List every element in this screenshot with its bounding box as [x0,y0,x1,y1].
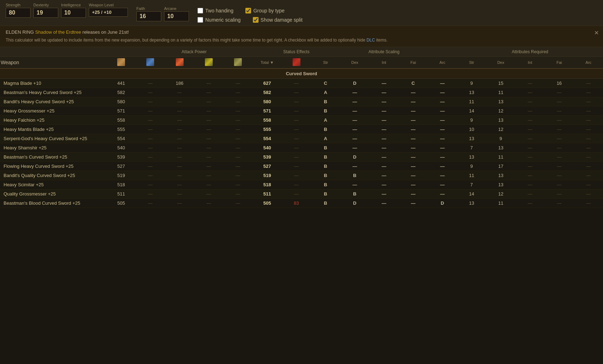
weapon-link[interactable]: Bandit's Heavy Curved Sword +25 [4,99,74,104]
req-str-cell: 7 [457,143,486,153]
scale-fai-cell: — [398,162,428,171]
total-subheader[interactable]: Total ▼ [252,57,282,69]
fire-atk-cell: — [165,171,194,180]
weapon-name-cell[interactable]: Bandit's Heavy Curved Sword +25 [0,97,107,106]
two-handing-label[interactable]: Two handing [197,8,233,13]
table-row[interactable]: Beastman's Heavy Curved Sword +25582————… [0,88,603,97]
scale-int-cell: — [369,189,398,199]
attributes-required-header: Attributes Required [457,47,603,57]
weapon-name-cell[interactable]: Flowing Heavy Curved Sword +25 [0,162,107,171]
req-str-cell: 9 [457,79,486,88]
scale-dex-cell: — [340,134,369,143]
weapon-level-input[interactable] [89,8,128,17]
weapon-link[interactable]: Heavy Mantis Blade +25 [4,127,54,132]
table-row[interactable]: Quality Grossmesser +25511————511—BB———1… [0,189,603,199]
scale-fai-cell: — [398,125,428,134]
table-row[interactable]: Bandit's Quality Curved Sword +25519————… [0,171,603,180]
weapon-name-cell[interactable]: Heavy Grossmesser +25 [0,106,107,116]
weapon-name-cell[interactable]: Heavy Falchion +25 [0,116,107,125]
table-row[interactable]: Heavy Shamshir +25540————540—B————713——— [0,143,603,153]
req-dex-cell: 12 [486,106,515,116]
scale-str-cell: B [311,143,340,153]
weapon-name-cell[interactable]: Quality Grossmesser +25 [0,189,107,199]
numeric-scaling-label[interactable]: Numeric scaling [197,17,241,23]
weapon-name-cell[interactable]: Heavy Scimitar +25 [0,180,107,189]
phys-atk-cell: 441 [107,79,136,88]
weapon-link[interactable]: Serpent-God's Heavy Curved Sword +25 [4,136,87,141]
intelligence-input[interactable] [61,8,86,18]
req-int-cell: — [515,180,544,189]
show-damage-split-checkbox[interactable] [253,17,259,23]
ltng-atk-cell: — [194,180,223,189]
table-row[interactable]: Magma Blade +10441—186——627—CD—C—915—16— [0,79,603,88]
ltng-icon-header [194,57,223,69]
weapon-link[interactable]: Heavy Falchion +25 [4,117,44,123]
weapon-name-cell[interactable]: Bandit's Quality Curved Sword +25 [0,171,107,180]
table-row[interactable]: Heavy Grossmesser +25571————571—B————141… [0,106,603,116]
req-int-cell: — [515,143,544,153]
weapon-link[interactable]: Magma Blade +10 [4,81,41,86]
mag-atk-cell: — [136,199,165,208]
weapon-link[interactable]: Beastman's Blood Curved Sword +25 [4,200,80,206]
weapon-name-cell[interactable]: Beastman's Blood Curved Sword +25 [0,199,107,208]
weapon-name-cell[interactable]: Beastman's Heavy Curved Sword +25 [0,88,107,97]
status-cell: — [282,97,311,106]
holy-icon [234,58,242,66]
ltng-atk-cell: — [194,162,223,171]
req-fai-cell: — [545,125,574,134]
show-damage-split-label[interactable]: Show damage split [253,17,303,23]
req-arc-cell: — [574,171,603,180]
status-cell: — [282,143,311,153]
weapon-name-cell[interactable]: Heavy Mantis Blade +25 [0,125,107,134]
arcane-input[interactable] [164,11,189,21]
two-handing-checkbox[interactable] [197,8,203,13]
table-row[interactable]: Heavy Mantis Blade +25555————555—B————10… [0,125,603,134]
table-row[interactable]: Heavy Falchion +25558————558—A————913——— [0,116,603,125]
weapon-link[interactable]: Bandit's Quality Curved Sword +25 [4,173,75,178]
req-str-cell: 13 [457,134,486,143]
req-int-cell: — [515,171,544,180]
faith-input[interactable] [136,11,161,21]
req-arc-cell: — [574,134,603,143]
dexterity-input[interactable] [33,8,58,18]
weapon-name-cell[interactable]: Heavy Shamshir +25 [0,143,107,153]
numeric-scaling-checkbox[interactable] [197,17,203,23]
table-row[interactable]: Beastman's Blood Curved Sword +25505————… [0,199,603,208]
weapon-link[interactable]: Heavy Grossmesser +25 [4,108,54,114]
weapon-link[interactable]: Flowing Heavy Curved Sword +25 [4,164,74,169]
phys-icon [117,58,125,66]
weapon-link[interactable]: Beastman's Heavy Curved Sword +25 [4,90,82,95]
fire-icon [176,58,184,66]
close-announcement-button[interactable]: ✕ [594,29,599,36]
scale-dex-cell: D [340,79,369,88]
req-dex-cell: 12 [486,125,515,134]
table-row[interactable]: Heavy Scimitar +25518————518—B————713——— [0,180,603,189]
weapon-link[interactable]: Heavy Shamshir +25 [4,145,47,150]
weapon-name-cell[interactable]: Serpent-God's Heavy Curved Sword +25 [0,134,107,143]
faith-box: Faith [136,6,161,21]
scale-arc-cell: — [428,153,457,162]
dlc-link[interactable]: DLC [366,38,375,43]
weapon-link[interactable]: Quality Grossmesser +25 [4,191,56,197]
group-by-type-label[interactable]: Group by type [245,8,284,13]
strength-input[interactable] [6,8,31,18]
table-row[interactable]: Bandit's Heavy Curved Sword +25580————58… [0,97,603,106]
ltng-atk-cell: — [194,79,223,88]
group-by-type-checkbox[interactable] [245,8,251,13]
req-dex-cell: 11 [486,199,515,208]
fire-atk-cell: — [165,134,194,143]
holy-atk-cell: — [223,79,252,88]
weapon-name-cell[interactable]: Beastman's Curved Sword +25 [0,153,107,162]
weapon-name-cell[interactable]: Magma Blade +10 [0,79,107,88]
table-row[interactable]: Serpent-God's Heavy Curved Sword +25554—… [0,134,603,143]
weapon-link[interactable]: Beastman's Curved Sword +25 [4,154,67,160]
table-row[interactable]: Beastman's Curved Sword +25539————539—BD… [0,153,603,162]
phys-icon-header [107,57,136,69]
table-row[interactable]: Flowing Heavy Curved Sword +25527————527… [0,162,603,171]
weapon-link[interactable]: Heavy Scimitar +25 [4,182,44,187]
req-int-cell: — [515,134,544,143]
mag-icon-header [136,57,165,69]
holy-atk-cell: — [223,199,252,208]
status-effects-header: Status Effects [282,47,311,57]
req-str-cell: 9 [457,116,486,125]
